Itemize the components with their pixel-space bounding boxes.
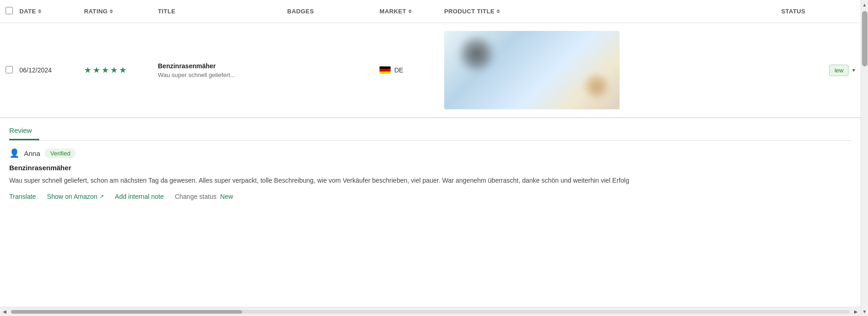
header-status: STATUS xyxy=(781,8,855,15)
market-code: DE xyxy=(394,66,403,74)
scroll-left-arrow[interactable]: ◀ xyxy=(0,307,9,316)
scrollbar-right[interactable]: ▲ ▼ xyxy=(861,0,868,316)
star-5: ★ xyxy=(119,65,127,75)
reviewer-icon: 👤 xyxy=(9,148,19,158)
cell-title: Benzinrasenmäher Wau super schnell gelie… xyxy=(158,62,287,78)
header-rating[interactable]: RATING xyxy=(84,8,158,15)
product-image-blur-2 xyxy=(583,72,610,100)
rating-sort-icon xyxy=(109,9,113,13)
scroll-right-arrow[interactable]: ▶ xyxy=(851,307,861,316)
table-row: 06/12/2024 ★ ★ ★ ★ ★ Benzinrasenmäher Wa… xyxy=(0,23,861,118)
detail-content: 👤 Anna Verified Benzinrasenmäher Wau sup… xyxy=(9,141,851,206)
flag-de-icon xyxy=(380,66,391,74)
cell-rating: ★ ★ ★ ★ ★ xyxy=(84,65,158,75)
status-badge: lew xyxy=(829,65,849,76)
header-market[interactable]: MARKET xyxy=(380,8,444,15)
status-new-label[interactable]: New xyxy=(220,193,233,200)
cell-product xyxy=(444,29,781,112)
add-internal-note-label: Add internal note xyxy=(115,193,164,200)
header-product-title-label: PRODUCT TITLE xyxy=(444,8,494,15)
header-checkbox-cell xyxy=(6,7,19,16)
cell-status: lew ▾ xyxy=(781,65,855,76)
reviewer-row: 👤 Anna Verified xyxy=(9,148,851,158)
cell-market: DE xyxy=(380,66,444,74)
translate-button[interactable]: Translate xyxy=(9,193,36,200)
header-status-label: STATUS xyxy=(781,8,805,15)
scrollbar-bottom[interactable]: ◀ ▶ xyxy=(0,307,861,316)
row-select-checkbox[interactable] xyxy=(6,66,13,73)
header-date[interactable]: DATE xyxy=(19,8,84,15)
review-title-main: Benzinrasenmäher xyxy=(158,62,235,70)
review-title-sub: Wau super schnell geliefert... xyxy=(158,72,235,78)
header-market-label: MARKET xyxy=(380,8,406,15)
product-image-blur-1 xyxy=(458,36,495,72)
date-sort-icon xyxy=(38,9,42,13)
star-4: ★ xyxy=(110,65,118,75)
translate-label: Translate xyxy=(9,193,36,200)
scroll-thumb-horizontal[interactable] xyxy=(11,310,242,314)
select-all-checkbox[interactable] xyxy=(6,7,13,14)
scroll-up-arrow[interactable]: ▲ xyxy=(861,0,868,9)
review-body: Wau super schnell geliefert, schon am nä… xyxy=(9,175,851,185)
change-status-text: Change status New xyxy=(175,193,233,200)
header-rating-label: RATING xyxy=(84,8,108,15)
star-3: ★ xyxy=(102,65,109,75)
market-sort-icon xyxy=(408,9,412,13)
show-on-amazon-label: Show on Amazon xyxy=(47,193,97,200)
tab-review[interactable]: Review xyxy=(9,122,39,140)
star-1: ★ xyxy=(84,65,91,75)
scroll-track-horizontal xyxy=(11,310,850,314)
cell-date: 06/12/2024 xyxy=(19,66,84,74)
row-checkbox-cell xyxy=(6,66,19,75)
header-date-label: DATE xyxy=(19,8,36,15)
tab-review-label: Review xyxy=(9,126,32,134)
header-title: TITLE xyxy=(158,8,287,15)
add-internal-note-button[interactable]: Add internal note xyxy=(115,193,164,200)
detail-tabs: Review xyxy=(9,118,851,141)
scroll-thumb-vertical[interactable] xyxy=(862,11,868,66)
product-title-sort-icon xyxy=(496,9,500,13)
product-image xyxy=(444,31,620,109)
table-header: DATE RATING TITLE BADGES MARKET xyxy=(0,0,861,23)
star-2: ★ xyxy=(93,65,100,75)
reviewer-name: Anna xyxy=(24,149,40,157)
verified-badge: Verified xyxy=(45,149,76,158)
status-chevron-icon[interactable]: ▾ xyxy=(852,67,855,73)
show-on-amazon-button[interactable]: Show on Amazon ↗ xyxy=(47,193,104,200)
change-status-label: Change status xyxy=(175,193,217,200)
header-title-label: TITLE xyxy=(158,8,175,15)
external-link-icon: ↗ xyxy=(99,193,104,200)
header-badges: BADGES xyxy=(287,8,380,15)
header-badges-label: BADGES xyxy=(287,8,314,15)
content-area: DATE RATING TITLE BADGES MARKET xyxy=(0,0,861,307)
detail-panel: Review 👤 Anna Verified Benzinrasenmäher … xyxy=(0,118,861,206)
scroll-down-arrow[interactable]: ▼ xyxy=(861,307,868,316)
review-detail-title: Benzinrasenmäher xyxy=(9,164,851,172)
review-actions: Translate Show on Amazon ↗ Add internal … xyxy=(9,193,851,200)
date-value: 06/12/2024 xyxy=(19,66,52,74)
page-wrapper: DATE RATING TITLE BADGES MARKET xyxy=(0,0,868,316)
header-product-title[interactable]: PRODUCT TITLE xyxy=(444,8,781,15)
